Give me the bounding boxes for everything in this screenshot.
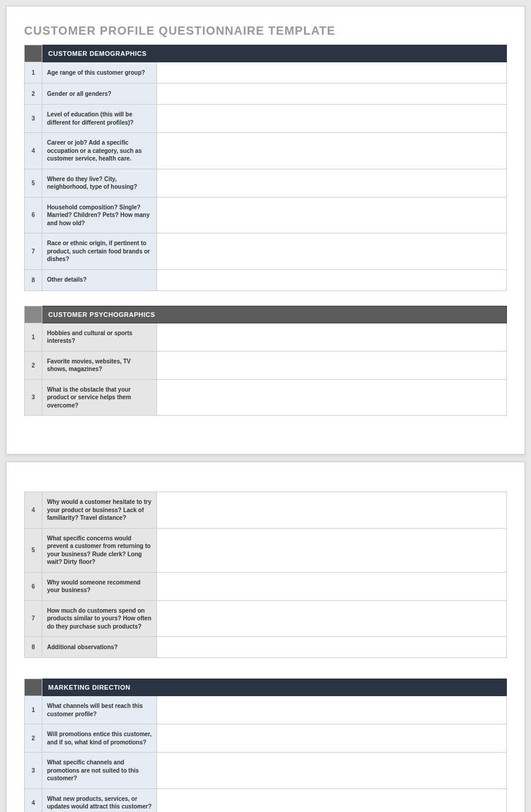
demographics-table: CUSTOMER DEMOGRAPHICS 1 Age range of thi… xyxy=(24,45,507,291)
question-cell: Career or job? Add a specific occupation… xyxy=(42,133,157,169)
table-row: 2 Favorite movies, websites, TV shows, m… xyxy=(25,351,507,379)
row-number: 4 xyxy=(25,133,42,169)
table-row: 5 What specific concerns would prevent a… xyxy=(25,528,507,572)
row-number: 5 xyxy=(25,528,42,572)
row-number: 8 xyxy=(25,637,42,658)
row-number: 5 xyxy=(25,169,42,197)
marketing-table: MARKETING DIRECTION 1 What channels will… xyxy=(24,679,507,812)
answer-cell[interactable] xyxy=(157,62,507,83)
question-cell: Why would a customer hesitate to try you… xyxy=(42,492,157,529)
table-row: 2 Gender or all genders? xyxy=(25,83,507,105)
row-number: 3 xyxy=(25,753,42,789)
answer-cell[interactable] xyxy=(157,133,507,169)
row-number: 2 xyxy=(25,724,42,753)
row-number: 4 xyxy=(25,492,42,529)
table-row: 8 Other details? xyxy=(25,269,507,290)
page-title: CUSTOMER PROFILE QUESTIONNAIRE TEMPLATE xyxy=(24,24,507,38)
row-number: 4 xyxy=(25,788,42,812)
row-number: 8 xyxy=(25,269,42,290)
row-number: 6 xyxy=(25,197,42,233)
answer-cell[interactable] xyxy=(157,696,507,724)
table-row: 8 Additional observations? xyxy=(25,637,507,658)
question-cell: What channels will best reach this custo… xyxy=(42,696,157,724)
row-number: 7 xyxy=(25,233,42,270)
question-cell: Will promotions entice this customer, an… xyxy=(42,724,157,753)
question-cell: Why would someone recommend your busines… xyxy=(42,572,157,600)
table-row: 6 Household composition? Single? Married… xyxy=(25,197,507,233)
section-header: CUSTOMER PSYCHOGRAPHICS xyxy=(42,306,507,323)
header-num-blank xyxy=(25,45,42,62)
row-number: 1 xyxy=(25,62,42,83)
table-row: 4 What new products, services, or update… xyxy=(25,788,507,812)
table-row: 7 Race or ethnic origin, if pertinent to… xyxy=(25,233,507,270)
answer-cell[interactable] xyxy=(157,528,507,572)
document-page-1: CUSTOMER PROFILE QUESTIONNAIRE TEMPLATE … xyxy=(6,6,525,455)
answer-cell[interactable] xyxy=(157,572,507,600)
question-cell: Other details? xyxy=(42,269,157,290)
section-header-row: CUSTOMER PSYCHOGRAPHICS xyxy=(25,306,507,323)
answer-cell[interactable] xyxy=(157,83,507,105)
table-row: 1 Age range of this customer group? xyxy=(25,62,507,83)
answer-cell[interactable] xyxy=(157,169,507,197)
table-row: 2 Will promotions entice this customer, … xyxy=(25,724,507,753)
header-num-blank xyxy=(25,679,42,696)
table-row: 5 Where do they live? City, neighborhood… xyxy=(25,169,507,197)
question-cell: What specific concerns would prevent a c… xyxy=(42,528,157,572)
table-row: 4 Career or job? Add a specific occupati… xyxy=(25,133,507,169)
table-row: 4 Why would a customer hesitate to try y… xyxy=(25,492,507,529)
row-number: 6 xyxy=(25,572,42,600)
table-row: 3 What specific channels and promotions … xyxy=(25,753,507,789)
answer-cell[interactable] xyxy=(157,105,507,133)
row-number: 3 xyxy=(25,379,42,416)
section-header-row: MARKETING DIRECTION xyxy=(25,679,507,696)
question-cell: What new products, services, or updates … xyxy=(42,788,157,812)
table-row: 3 Level of education (this will be diffe… xyxy=(25,105,507,133)
answer-cell[interactable] xyxy=(157,379,507,416)
question-cell: Age range of this customer group? xyxy=(42,62,157,83)
row-number: 2 xyxy=(25,351,42,379)
answer-cell[interactable] xyxy=(157,788,507,812)
question-cell: How much do customers spend on products … xyxy=(42,600,157,637)
section-header: CUSTOMER DEMOGRAPHICS xyxy=(42,45,507,62)
question-cell: Gender or all genders? xyxy=(42,83,157,105)
answer-cell[interactable] xyxy=(157,492,507,529)
question-cell: Race or ethnic origin, if pertinent to p… xyxy=(42,233,157,270)
row-number: 1 xyxy=(25,323,42,351)
question-cell: Level of education (this will be differe… xyxy=(42,105,157,133)
table-row: 1 What channels will best reach this cus… xyxy=(25,696,507,724)
answer-cell[interactable] xyxy=(157,724,507,753)
question-cell: Additional observations? xyxy=(42,637,157,658)
table-row: 1 Hobbies and cultural or sports interes… xyxy=(25,323,507,351)
section-header: MARKETING DIRECTION xyxy=(42,679,507,696)
row-number: 2 xyxy=(25,83,42,105)
question-cell: What specific channels and promotions ar… xyxy=(42,753,157,789)
header-num-blank xyxy=(25,306,42,323)
answer-cell[interactable] xyxy=(157,323,507,351)
question-cell: Where do they live? City, neighborhood, … xyxy=(42,169,157,197)
row-number: 3 xyxy=(25,105,42,133)
row-number: 7 xyxy=(25,600,42,637)
section-header-row: CUSTOMER DEMOGRAPHICS xyxy=(25,45,507,62)
question-cell: Household composition? Single? Married? … xyxy=(42,197,157,233)
answer-cell[interactable] xyxy=(157,197,507,233)
question-cell: What is the obstacle that your product o… xyxy=(42,379,157,416)
answer-cell[interactable] xyxy=(157,351,507,379)
answer-cell[interactable] xyxy=(157,753,507,789)
psychographics-table-2: 4 Why would a customer hesitate to try y… xyxy=(24,492,507,658)
psychographics-table-1: CUSTOMER PSYCHOGRAPHICS 1 Hobbies and cu… xyxy=(24,306,507,416)
question-cell: Hobbies and cultural or sports interests… xyxy=(42,323,157,351)
row-number: 1 xyxy=(25,696,42,724)
table-row: 6 Why would someone recommend your busin… xyxy=(25,572,507,600)
question-cell: Favorite movies, websites, TV shows, mag… xyxy=(42,351,157,379)
document-page-2: 4 Why would a customer hesitate to try y… xyxy=(6,462,525,812)
answer-cell[interactable] xyxy=(157,233,507,270)
answer-cell[interactable] xyxy=(157,637,507,658)
table-row: 3 What is the obstacle that your product… xyxy=(25,379,507,416)
answer-cell[interactable] xyxy=(157,269,507,290)
answer-cell[interactable] xyxy=(157,600,507,637)
table-row: 7 How much do customers spend on product… xyxy=(25,600,507,637)
